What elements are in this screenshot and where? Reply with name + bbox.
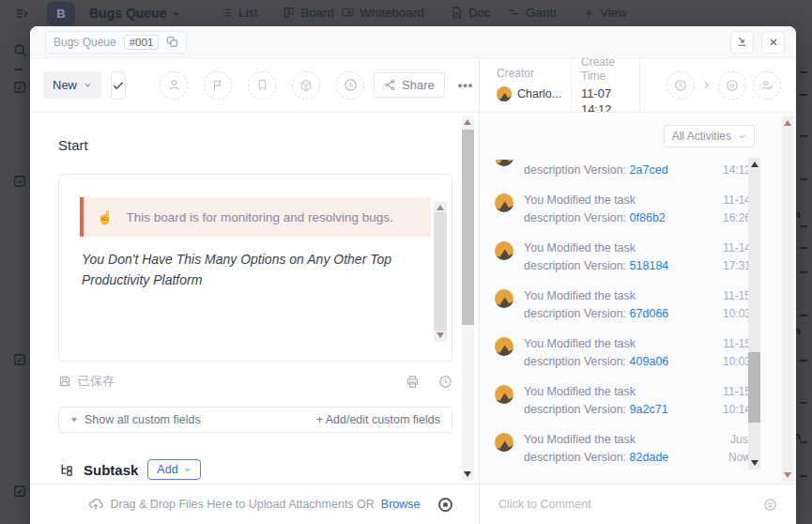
tag-button[interactable]	[248, 71, 276, 100]
scroll-up-arrow[interactable]	[437, 205, 444, 210]
background-top-nav: B Bugs Queue List Board Whiteboard Doc G…	[0, 0, 812, 26]
task-checkbox-icon[interactable]	[13, 353, 26, 366]
task-meta-header: Creator Charlo... Create Time 11-07 14:1…	[480, 58, 796, 113]
scrollbar-thumb[interactable]	[462, 130, 474, 325]
description-editor[interactable]: ☝ This board is for monitoring and resol…	[58, 174, 452, 362]
print-icon[interactable]	[406, 375, 420, 389]
close-button[interactable]	[761, 31, 785, 54]
activity-action: You Modified the task	[524, 287, 698, 305]
create-time-time: 14:12	[581, 101, 639, 112]
scrollbar-thumb[interactable]	[434, 212, 447, 331]
background-fragment	[800, 247, 807, 249]
scroll-down-arrow[interactable]	[751, 460, 758, 466]
creator-avatar[interactable]	[497, 86, 512, 101]
version-link[interactable]: 409a06	[630, 355, 669, 368]
custom-fields-bar: Show all custom fields + Add/edit custom…	[58, 407, 452, 433]
version-link[interactable]: 9a2c71	[630, 403, 668, 416]
comment-input[interactable]: Click to Comment	[480, 484, 796, 524]
sidebar-toggle-icon[interactable]	[15, 7, 29, 21]
background-fragment	[800, 402, 807, 404]
chevron-right-icon[interactable]	[701, 80, 712, 90]
scroll-up-arrow[interactable]	[751, 162, 758, 167]
activity-time: 11-1416:26	[723, 192, 751, 227]
activity-time: 11-1510:03	[723, 335, 751, 371]
priority-button[interactable]	[204, 71, 232, 100]
scroll-down-arrow[interactable]	[784, 472, 791, 478]
create-time-cell: Create Time 11-07 14:12	[572, 58, 639, 112]
breadcrumb[interactable]: Bugs Queue #001	[45, 31, 187, 54]
complete-task-button[interactable]	[111, 71, 126, 100]
activity-time: 11-1510:14	[723, 383, 751, 419]
emoji-icon[interactable]	[763, 498, 777, 512]
scroll-down-arrow[interactable]	[437, 332, 444, 338]
activity-scrollbar[interactable]	[748, 158, 760, 470]
tab-whiteboard[interactable]: Whiteboard	[342, 6, 424, 20]
task-checkbox-icon[interactable]	[13, 175, 26, 188]
share-icon	[384, 79, 396, 91]
scroll-up-arrow[interactable]	[464, 119, 471, 125]
dependency-button[interactable]	[292, 71, 320, 100]
tab-board[interactable]: Board	[283, 6, 334, 20]
task-checkbox-icon[interactable]	[13, 81, 26, 94]
avatar[interactable]	[495, 193, 513, 212]
tab-list[interactable]: List	[221, 6, 258, 20]
version-link[interactable]: 82dade	[630, 451, 669, 464]
show-custom-fields-toggle[interactable]: Show all custom fields	[70, 413, 201, 426]
panel-scrollbar[interactable]	[782, 116, 793, 482]
add-edit-custom-fields-button[interactable]: + Add/edit custom fields	[316, 413, 440, 426]
save-icon	[58, 375, 71, 388]
subtask-section-header: Subtask Add	[58, 459, 479, 480]
avatar[interactable]	[495, 385, 513, 404]
record-button[interactable]	[438, 498, 452, 512]
history-icon[interactable]	[438, 375, 452, 389]
version-link[interactable]: 2a7ced	[630, 163, 668, 177]
attachment-dropzone[interactable]: Drag & Drop Files Here to Upload Attachm…	[30, 484, 479, 524]
avatar[interactable]	[495, 289, 513, 308]
content-scrollbar[interactable]	[462, 116, 474, 481]
browse-link[interactable]: Browse	[381, 498, 421, 511]
time-button[interactable]	[336, 71, 364, 100]
add-subtask-button[interactable]: Add	[147, 459, 200, 480]
estimate-time-button[interactable]	[666, 71, 695, 100]
activity-detail: description Version:	[524, 403, 626, 416]
breadcrumb-board-name: Bugs Queue	[54, 36, 116, 49]
status-new-button[interactable]: New	[43, 71, 101, 99]
callout-block[interactable]: ☝ This board is for monitoring and resol…	[80, 197, 431, 237]
activity-filter-dropdown[interactable]: All Activities	[664, 125, 755, 147]
scroll-up-arrow[interactable]	[784, 120, 791, 126]
task-modal: Bugs Queue #001 New	[30, 26, 796, 524]
activity-detail: description Version:	[524, 163, 626, 177]
watcher-button[interactable]	[753, 71, 781, 100]
tab-gantt[interactable]: Gantt	[508, 6, 557, 20]
assignee-button[interactable]	[160, 71, 188, 100]
description-paragraph[interactable]: You Don't Have This Many Options on Any …	[82, 250, 395, 290]
description-title[interactable]: Start	[58, 137, 479, 153]
avatar[interactable]	[495, 160, 513, 166]
avatar[interactable]	[495, 337, 513, 356]
time-tracking-button[interactable]	[718, 71, 746, 100]
create-time-label: Create Time	[581, 58, 622, 84]
scroll-down-arrow[interactable]	[464, 471, 471, 477]
board-title[interactable]: Bugs Queue	[89, 6, 180, 21]
task-checkbox-icon[interactable]	[13, 485, 26, 498]
scrollbar-thumb[interactable]	[748, 352, 760, 423]
version-link[interactable]: 0f86b2	[630, 211, 666, 224]
editor-scrollbar[interactable]	[434, 201, 447, 342]
avatar[interactable]	[495, 241, 513, 260]
version-link[interactable]: 518184	[630, 259, 669, 272]
creator-name[interactable]: Charlo...	[517, 87, 561, 100]
share-button[interactable]: Share	[374, 72, 445, 98]
meta-actions	[666, 58, 796, 112]
search-icon[interactable]	[13, 43, 28, 58]
more-actions-button[interactable]: •••	[454, 78, 478, 92]
avatar[interactable]	[495, 433, 513, 452]
version-link[interactable]: 67d066	[630, 307, 669, 320]
copy-icon[interactable]	[166, 36, 178, 48]
tab-doc[interactable]: Doc	[451, 6, 491, 20]
editor-tools	[406, 375, 452, 389]
workspace-logo[interactable]: B	[47, 2, 75, 25]
minimize-button[interactable]	[730, 31, 754, 54]
chevron-down-icon	[184, 466, 192, 473]
background-fragment	[800, 178, 807, 180]
tab-add-view[interactable]: View	[583, 6, 627, 20]
